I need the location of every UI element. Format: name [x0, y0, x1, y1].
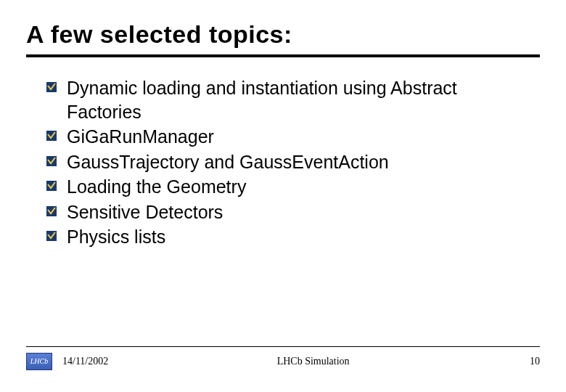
list-item: Dynamic loading and instantiation using … [46, 76, 534, 123]
page-number: 10 [518, 356, 540, 367]
footer-title: LHCb Simulation [108, 356, 518, 367]
footer: LHCb 14/11/2002 LHCb Simulation 10 [26, 353, 540, 370]
list-item: GiGaRunManager [46, 125, 534, 149]
bullet-icon [46, 181, 57, 191]
list-item: Sensitive Detectors [46, 200, 534, 224]
bullet-text: Dynamic loading and instantiation using … [67, 76, 534, 123]
bullet-text: Physics lists [67, 225, 165, 249]
content-area: Dynamic loading and instantiation using … [0, 60, 566, 249]
slide-title: A few selected topics: [0, 0, 566, 52]
list-item: Loading the Geometry [46, 175, 534, 199]
bullet-icon [46, 206, 57, 216]
bullet-icon [46, 82, 57, 92]
bullet-text: GiGaRunManager [67, 125, 214, 149]
footer-date: 14/11/2002 [62, 356, 108, 367]
footer-divider [26, 346, 540, 347]
lhcb-logo-icon: LHCb [26, 353, 52, 370]
bullet-text: GaussTrajectory and GaussEventAction [67, 150, 389, 174]
list-item: Physics lists [46, 225, 534, 249]
bullet-icon [46, 131, 57, 141]
title-divider [26, 54, 540, 60]
bullet-text: Sensitive Detectors [67, 200, 223, 224]
bullet-icon [46, 156, 57, 166]
slide: A few selected topics: Dynamic loading a… [0, 0, 566, 392]
bullet-text: Loading the Geometry [67, 175, 246, 199]
list-item: GaussTrajectory and GaussEventAction [46, 150, 534, 174]
bullet-icon [46, 231, 57, 241]
